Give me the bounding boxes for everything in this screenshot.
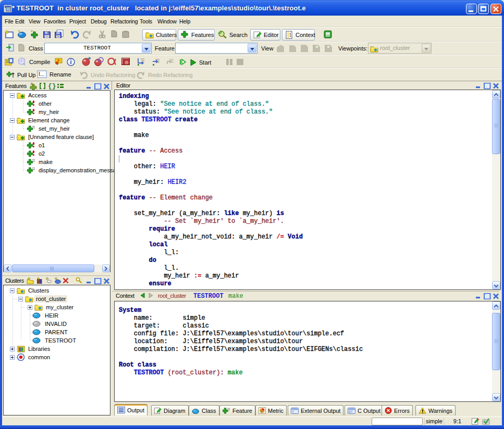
svg-text:I...: I... bbox=[39, 71, 44, 77]
svg-text:c=: c= bbox=[349, 410, 353, 413]
svg-text:{}: {} bbox=[48, 82, 56, 90]
svg-text:>_: >_ bbox=[292, 410, 296, 414]
